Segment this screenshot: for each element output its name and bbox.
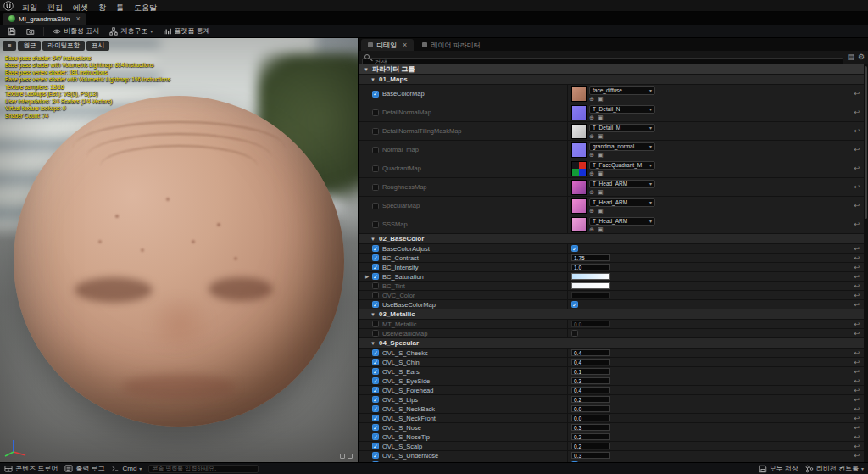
revision-control-button[interactable]: 리비전 컨트롤 ▾ [805, 464, 864, 473]
param-enable-checkbox[interactable]: ✓ [372, 443, 379, 449]
param-enable-checkbox[interactable]: ✓ [372, 452, 379, 459]
show-flags-button[interactable]: 표시 [86, 41, 109, 51]
param-enable-checkbox[interactable]: ✓ [372, 387, 379, 393]
copy-asset-icon[interactable]: ▣ [598, 170, 604, 176]
texture-thumbnail[interactable] [571, 105, 587, 120]
browse-to-asset-icon[interactable]: ⊕ [589, 226, 594, 232]
reset-to-default-icon[interactable]: ↩ [851, 349, 863, 357]
reset-to-default-icon[interactable]: ↩ [851, 461, 863, 463]
reset-to-default-icon[interactable]: ↩ [851, 146, 863, 153]
asset-dropdown[interactable]: face_diffuse▾ [589, 86, 655, 95]
reset-to-default-icon[interactable]: ↩ [851, 183, 863, 191]
viewport-layout-icon[interactable] [348, 454, 353, 459]
texture-thumbnail[interactable] [571, 198, 587, 214]
reset-to-default-icon[interactable]: ↩ [851, 165, 863, 172]
param-enable-checkbox[interactable]: ✓ [372, 424, 379, 431]
param-value-input[interactable]: 0.2 [571, 433, 610, 440]
reset-to-default-icon[interactable]: ↩ [851, 264, 863, 271]
hierarchy-button[interactable]: 계층구조 ▾ [105, 25, 157, 37]
param-enable-checkbox[interactable]: ✓ [372, 273, 379, 280]
param-enable-checkbox[interactable]: ✓ [372, 264, 379, 270]
reset-to-default-icon[interactable]: ↩ [851, 245, 863, 253]
tab-details[interactable]: 디테일 × [361, 39, 414, 51]
viewport-corner-icons[interactable] [340, 454, 353, 459]
reset-to-default-icon[interactable]: ↩ [851, 443, 863, 450]
menu-item-2[interactable]: 에셋 [68, 3, 93, 12]
reset-to-default-icon[interactable]: ↩ [851, 90, 863, 98]
settings-gear-icon[interactable]: ⚙ [858, 53, 865, 61]
param-enable-checkbox[interactable]: ✓ [372, 368, 379, 375]
param-enable-checkbox[interactable]: ✓ [372, 301, 379, 308]
asset-dropdown[interactable]: T_Detail_M▾ [589, 124, 655, 132]
param-enable-checkbox[interactable]: ✓ [372, 359, 379, 365]
group-header-04_Specular[interactable]: ▼04_Specular [359, 338, 868, 349]
save-all-button[interactable]: 모두 저장 [759, 464, 798, 473]
param-value-input[interactable]: 0.3 [571, 424, 610, 431]
reset-to-default-icon[interactable]: ↩ [851, 396, 863, 404]
platform-stats-button[interactable]: 플랫폼 통계 [159, 25, 214, 37]
param-value-input[interactable] [571, 292, 610, 298]
browse-to-asset-icon[interactable]: ⊕ [589, 96, 594, 102]
reset-to-default-icon[interactable]: ↩ [851, 330, 863, 337]
param-enable-checkbox[interactable] [372, 165, 379, 172]
asset-dropdown[interactable]: T_Head_ARM▾ [589, 180, 655, 188]
reset-to-default-icon[interactable]: ↩ [851, 202, 863, 209]
tab-layer-parameters[interactable]: 레이어 파라미터 [415, 39, 487, 51]
reset-to-default-icon[interactable]: ↩ [851, 415, 863, 422]
param-value-input[interactable]: 0.0 [571, 321, 610, 327]
param-enable-checkbox[interactable]: ✓ [372, 349, 379, 356]
param-value-input[interactable]: 0.4 [571, 387, 610, 393]
viewport-maximize-icon[interactable] [340, 454, 345, 459]
reset-to-default-icon[interactable]: ↩ [851, 254, 863, 262]
param-enable-checkbox[interactable]: ✓ [372, 415, 379, 421]
asset-dropdown[interactable]: grandma_normal▾ [589, 142, 655, 151]
reset-to-default-icon[interactable]: ↩ [851, 452, 863, 460]
param-enable-checkbox[interactable]: ✓ [372, 91, 379, 98]
copy-asset-icon[interactable]: ▣ [598, 208, 604, 214]
content-drawer-button[interactable]: 콘텐츠 드로어 [4, 464, 58, 473]
color-swatch[interactable] [571, 273, 610, 280]
menu-item-1[interactable]: 편집 [42, 3, 68, 12]
copy-asset-icon[interactable]: ▣ [598, 226, 604, 232]
reset-to-default-icon[interactable]: ↩ [851, 301, 863, 309]
param-value-input[interactable]: 0.3 [571, 452, 610, 459]
copy-asset-icon[interactable]: ▣ [598, 96, 604, 102]
output-log-button[interactable]: 출력 로그 [64, 464, 104, 473]
param-enable-checkbox[interactable] [372, 184, 379, 191]
param-value-input[interactable]: 1.75 [571, 254, 610, 261]
tab-mi-grandmaskin[interactable]: MI_grandmaSkin × [3, 13, 86, 25]
param-value-input[interactable]: 0.0 [571, 415, 610, 421]
param-value-input[interactable]: 0.3 [571, 377, 610, 384]
param-enable-checkbox[interactable]: ✓ [372, 396, 379, 403]
reset-to-default-icon[interactable]: ↩ [851, 127, 863, 135]
reset-to-default-icon[interactable]: ↩ [851, 405, 863, 413]
param-value-input[interactable]: 0.4 [571, 359, 610, 365]
reset-to-default-icon[interactable]: ↩ [851, 109, 863, 116]
preview-sphere[interactable] [14, 96, 344, 427]
details-tab-close-icon[interactable]: × [403, 41, 407, 49]
param-enable-checkbox[interactable] [372, 221, 379, 228]
texture-thumbnail[interactable] [571, 217, 587, 232]
param-enable-checkbox[interactable] [372, 282, 379, 289]
param-value-checkbox[interactable] [571, 330, 578, 337]
param-value-input[interactable]: 0.2 [571, 443, 610, 449]
copy-asset-icon[interactable]: ▣ [598, 133, 604, 139]
reset-to-default-icon[interactable]: ↩ [851, 282, 863, 290]
param-enable-checkbox[interactable] [372, 147, 379, 153]
reset-to-default-icon[interactable]: ↩ [851, 377, 863, 385]
browse-to-asset-icon[interactable]: ⊕ [589, 208, 594, 214]
param-enable-checkbox[interactable]: ✓ [372, 377, 379, 384]
view-options-icon[interactable]: ▤ [847, 53, 854, 61]
viewport-options-button[interactable]: ≡ [3, 41, 16, 51]
browse-to-asset-icon[interactable]: ⊕ [589, 152, 594, 158]
show-inactive-button[interactable]: 비활성 표시 [48, 25, 103, 37]
copy-asset-icon[interactable]: ▣ [598, 152, 604, 158]
param-value-input[interactable]: 0.2 [571, 396, 610, 403]
param-value-input[interactable]: 1.0 [571, 264, 610, 270]
menu-item-4[interactable]: 툴 [111, 3, 129, 12]
param-value-checkbox[interactable]: ✓ [571, 461, 578, 462]
color-swatch[interactable] [571, 282, 610, 289]
reset-to-default-icon[interactable]: ↩ [851, 321, 863, 328]
texture-thumbnail[interactable] [571, 161, 587, 176]
reset-to-default-icon[interactable]: ↩ [851, 433, 863, 441]
